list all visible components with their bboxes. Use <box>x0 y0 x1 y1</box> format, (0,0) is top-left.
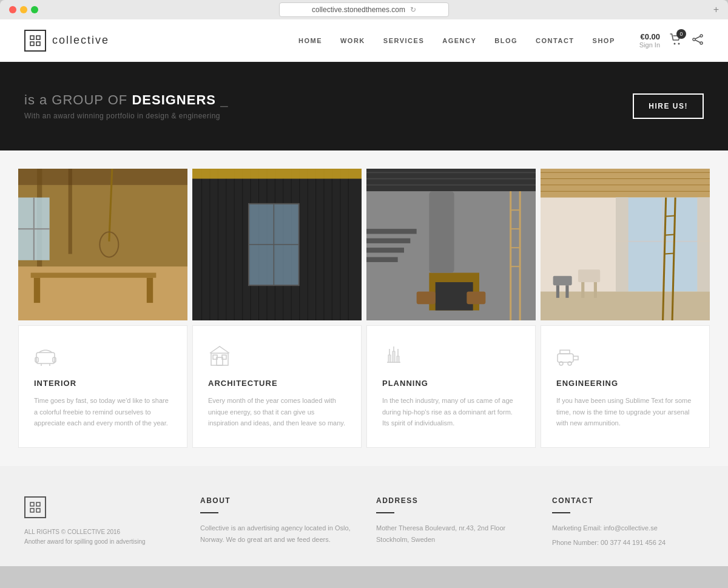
footer-address: ADDRESS Mother Theresa Boulevard, nr.43,… <box>376 496 528 548</box>
footer-contact: CONTACT Marketing Email: info@collective… <box>552 496 704 548</box>
close-button[interactable] <box>9 6 16 13</box>
browser-dots <box>9 6 38 13</box>
address-bar[interactable]: collective.stonedthemes.com ↻ <box>279 2 449 17</box>
svg-rect-89 <box>594 282 597 298</box>
svg-rect-59 <box>366 248 404 252</box>
service-title-planning: PLANNING <box>382 379 520 388</box>
interior-icon <box>34 344 172 371</box>
website-content: collective HOME WORK SERVICES AGENCY BLO… <box>0 19 728 566</box>
planning-icon <box>382 344 520 371</box>
site-header: collective HOME WORK SERVICES AGENCY BLO… <box>0 19 728 62</box>
footer-address-text: Mother Theresa Boulevard, nr.43, 2nd Flo… <box>376 522 528 545</box>
svg-rect-117 <box>30 509 34 512</box>
nav-home[interactable]: HOME <box>298 37 322 44</box>
service-card-engineering: ENGINEERING If you have been using Subli… <box>541 325 710 448</box>
svg-rect-114 <box>560 350 570 354</box>
footer-logo-section: ALL RIGHTS © COLLECTIVE 2016 Another awa… <box>24 496 176 548</box>
url-text: collective.stonedthemes.com <box>312 5 405 14</box>
share-button[interactable] <box>692 33 704 48</box>
svg-rect-0 <box>30 36 34 39</box>
footer-contact-email: Marketing Email: info@collective.se <box>552 522 704 534</box>
svg-point-8 <box>700 42 703 44</box>
hero-prefix: is a GROUP OF <box>24 92 132 107</box>
service-desc-engineering: If you have been using Sublime Text for … <box>556 395 694 429</box>
nav-agency[interactable]: AGENCY <box>442 37 476 44</box>
svg-rect-108 <box>388 355 391 362</box>
service-card-interior: INTERIOR Time goes by fast, so today we'… <box>18 325 187 448</box>
main-navigation: HOME WORK SERVICES AGENCY BLOG CONTACT S… <box>298 37 615 44</box>
footer-copyright: ALL RIGHTS © COLLECTIVE 2016 Another awa… <box>24 527 176 547</box>
svg-rect-2 <box>30 42 34 46</box>
hero-heading: is a GROUP OF DESIGNERS _ <box>24 92 228 108</box>
portfolio-section: INTERIOR Time goes by fast, so today we'… <box>0 150 728 466</box>
price-signin: €0.00 Sign In <box>639 32 660 49</box>
logo-text: collective <box>52 34 109 47</box>
svg-line-94 <box>665 253 673 254</box>
nav-work[interactable]: WORK <box>340 37 365 44</box>
footer-about-underline <box>200 512 218 513</box>
footer-contact-title: CONTACT <box>552 496 704 505</box>
cart-button[interactable]: 0 <box>669 33 682 49</box>
nav-services[interactable]: SERVICES <box>383 37 424 44</box>
footer-contact-phone: Phone Number: 00 377 44 191 456 24 <box>552 537 704 549</box>
svg-rect-109 <box>393 351 395 362</box>
hero-banner: is a GROUP OF DESIGNERS _ With an award … <box>0 62 728 150</box>
portfolio-item-3[interactable] <box>366 169 536 320</box>
svg-rect-69 <box>417 292 436 305</box>
svg-rect-88 <box>581 282 584 298</box>
svg-rect-19 <box>147 278 153 303</box>
service-desc-architecture: Every month of the year comes loaded wit… <box>208 395 346 429</box>
architecture-icon <box>208 344 346 371</box>
nav-shop[interactable]: SHOP <box>593 37 615 44</box>
svg-line-10 <box>695 40 700 42</box>
header-right: €0.00 Sign In 0 <box>639 32 704 49</box>
nav-blog[interactable]: BLOG <box>494 37 517 44</box>
service-card-planning: PLANNING In the tech industry, many of u… <box>366 325 536 448</box>
engineering-icon <box>556 344 694 371</box>
nav-contact[interactable]: CONTACT <box>536 37 574 44</box>
service-title-interior: INTERIOR <box>34 379 172 388</box>
svg-rect-111 <box>558 354 573 362</box>
svg-rect-115 <box>30 502 34 506</box>
svg-rect-14 <box>18 169 187 185</box>
svg-point-5 <box>678 42 680 44</box>
svg-rect-1 <box>36 36 40 39</box>
logo-icon <box>24 30 46 52</box>
service-title-architecture: ARCHITECTURE <box>208 379 346 388</box>
cart-badge: 0 <box>676 29 686 39</box>
price-display: €0.00 <box>639 32 660 41</box>
svg-rect-84 <box>553 276 572 286</box>
svg-rect-81 <box>616 198 629 292</box>
add-tab-button[interactable]: + <box>713 4 719 15</box>
hero-bold: DESIGNERS <box>132 92 216 107</box>
hire-us-button[interactable]: HIRE US! <box>633 93 704 119</box>
svg-line-93 <box>666 234 674 235</box>
svg-point-4 <box>674 42 676 44</box>
svg-rect-87 <box>578 269 600 282</box>
browser-titlebar: collective.stonedthemes.com ↻ + <box>0 6 728 19</box>
site-footer: ALL RIGHTS © COLLECTIVE 2016 Another awa… <box>0 466 728 566</box>
signin-link[interactable]: Sign In <box>639 41 660 49</box>
svg-line-9 <box>695 36 700 39</box>
portfolio-item-1[interactable] <box>18 169 187 320</box>
refresh-icon[interactable]: ↻ <box>410 5 416 14</box>
site-logo[interactable]: collective <box>24 30 109 52</box>
svg-rect-116 <box>36 502 40 506</box>
svg-rect-73 <box>541 169 710 198</box>
service-title-engineering: ENGINEERING <box>556 379 694 388</box>
maximize-button[interactable] <box>31 6 38 13</box>
portfolio-grid <box>18 169 710 320</box>
svg-point-6 <box>700 35 703 37</box>
portfolio-item-2[interactable] <box>192 169 362 320</box>
svg-rect-57 <box>366 229 417 234</box>
footer-address-underline <box>376 512 394 513</box>
svg-rect-50 <box>192 169 362 179</box>
portfolio-item-4[interactable] <box>541 169 710 320</box>
svg-point-7 <box>693 38 695 41</box>
minimize-button[interactable] <box>20 6 27 13</box>
svg-line-92 <box>666 215 675 216</box>
service-desc-planning: In the tech industry, many of us came of… <box>382 395 520 429</box>
hero-subtitle: With an award winning portfolio in desig… <box>24 112 228 120</box>
svg-rect-71 <box>429 191 454 272</box>
service-card-architecture: ARCHITECTURE Every month of the year com… <box>192 325 362 448</box>
